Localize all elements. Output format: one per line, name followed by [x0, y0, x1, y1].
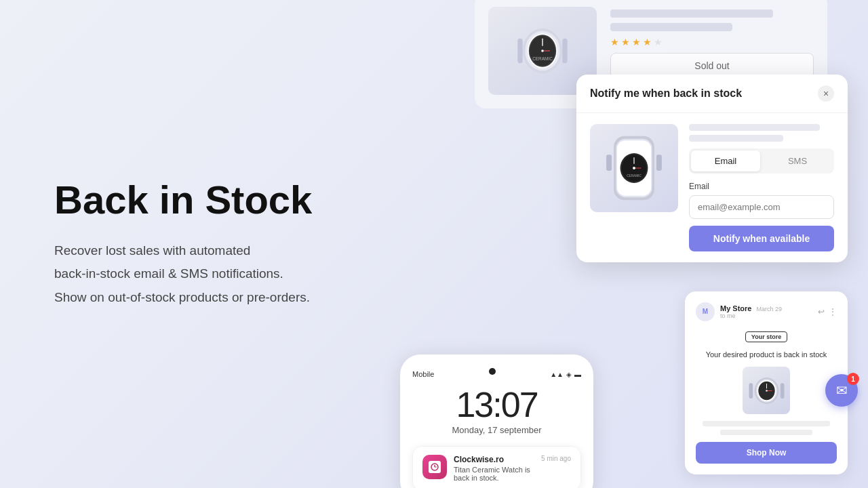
phone-status-bar: Mobile ▲▲ ◈ ▬ [412, 368, 581, 380]
wifi-icon: ◈ [566, 371, 572, 378]
phone-date: Monday, 17 september [412, 425, 581, 435]
star-5: ★ [654, 37, 663, 47]
email-sender-info: My Store March 29 to me [720, 304, 812, 319]
notify-modal: Notify me when back in stock × CERAMIC [576, 75, 848, 262]
notification-card: Clockwise.ro Titan Ceramic Watch is back… [412, 446, 581, 488]
email-mockup: M My Store March 29 to me ↩ ⋮ Your store… [685, 291, 848, 475]
notification-icon-inner [429, 461, 441, 473]
reply-icon[interactable]: ↩ [818, 307, 825, 317]
star-1: ★ [610, 37, 619, 47]
phone-status-right: ▲▲ ◈ ▬ [550, 371, 581, 378]
notify-when-available-button[interactable]: Notify when available [689, 226, 834, 251]
star-3: ★ [632, 37, 641, 47]
email-bubble[interactable]: ✉ 1 [825, 374, 858, 407]
camera-notch [489, 368, 496, 375]
email-watch-icon [745, 369, 789, 413]
watch-icon: CERAMIC [505, 14, 580, 88]
form-skeleton-1 [689, 124, 820, 131]
modal-title: Notify me when back in stock [590, 87, 742, 100]
email-input[interactable] [689, 195, 834, 219]
modal-form: Email SMS Email Notify when available [689, 124, 834, 251]
phone-time: 13:07 [412, 387, 581, 422]
email-body-text: Your desired product is back in stock [696, 349, 837, 361]
svg-point-31 [766, 390, 767, 391]
left-section: Back in Stock Recover lost sales with au… [54, 178, 312, 310]
skeleton-title [610, 9, 773, 18]
tabs-row: Email SMS [689, 148, 834, 174]
battery-icon: ▬ [574, 371, 581, 378]
email-body: Your store Your desired product is back … [696, 329, 837, 464]
modal-header: Notify me when back in stock × [576, 75, 848, 113]
modal-watch-icon: CERAMIC [597, 131, 671, 205]
email-date: March 29 [757, 306, 783, 312]
email-label: Email [689, 182, 834, 191]
email-skeleton-2 [720, 430, 812, 435]
description-line-1: Recover lost sales with automated [54, 240, 312, 260]
close-button[interactable]: × [818, 85, 834, 102]
email-store-badge: Your store [745, 331, 787, 342]
svg-rect-21 [656, 155, 662, 171]
notification-content: Clockwise.ro Titan Ceramic Watch is back… [454, 455, 534, 482]
product-card-info: ★ ★ ★ ★ ★ Sold out [610, 7, 814, 79]
svg-point-18 [633, 167, 635, 169]
description-line-3: Show on out-of-stock products or pre-ord… [54, 287, 312, 307]
phone-status-left: Mobile [412, 370, 434, 378]
email-watch-image [743, 367, 790, 414]
notification-app-icon [422, 455, 447, 479]
modal-body: CERAMIC Email SMS Email Notify when avai… [576, 113, 848, 262]
form-skeleton-2 [689, 135, 783, 142]
email-to: to me [720, 312, 812, 319]
email-badge-count: 1 [847, 373, 859, 385]
description-block: Recover lost sales with automated back-i… [54, 240, 312, 307]
svg-point-7 [541, 49, 544, 52]
shop-now-button[interactable]: Shop Now [696, 442, 837, 464]
email-header: M My Store March 29 to me ↩ ⋮ [696, 302, 837, 321]
page-title: Back in Stock [54, 178, 312, 222]
email-sender-name: My Store March 29 [720, 304, 812, 312]
svg-rect-33 [780, 383, 784, 399]
svg-text:CERAMIC: CERAMIC [627, 174, 642, 178]
tab-sms[interactable]: SMS [763, 150, 832, 171]
more-icon[interactable]: ⋮ [829, 307, 837, 317]
star-4: ★ [643, 37, 652, 47]
email-actions: ↩ ⋮ [818, 307, 837, 317]
clockwise-icon [430, 462, 439, 472]
star-2: ★ [621, 37, 630, 47]
svg-text:CERAMIC: CERAMIC [532, 56, 553, 61]
modal-product-image: CERAMIC [590, 124, 678, 212]
email-bubble-icon: ✉ [836, 382, 848, 399]
email-skeleton-1 [703, 421, 829, 426]
notification-message: Titan Ceramic Watch is back in stock. [454, 466, 534, 482]
tab-email[interactable]: Email [691, 150, 760, 171]
svg-rect-20 [606, 155, 612, 171]
notification-app-name: Clockwise.ro [454, 455, 534, 464]
email-avatar: M [696, 302, 715, 321]
stars-row: ★ ★ ★ ★ ★ [610, 37, 814, 47]
signal-icon: ▲▲ [550, 371, 564, 378]
svg-rect-32 [749, 383, 753, 399]
skeleton-subtitle [610, 23, 732, 31]
phone-mockup: Mobile ▲▲ ◈ ▬ 13:07 Monday, 17 september [400, 354, 593, 488]
svg-rect-8 [517, 39, 522, 64]
notification-time: 5 min ago [541, 455, 571, 462]
description-line-2: back-in-stock email & SMS notifications. [54, 264, 312, 284]
right-section: CERAMIC ★ ★ ★ ★ ★ Sold out Notify me whe… [393, 0, 868, 488]
svg-rect-9 [562, 39, 567, 64]
